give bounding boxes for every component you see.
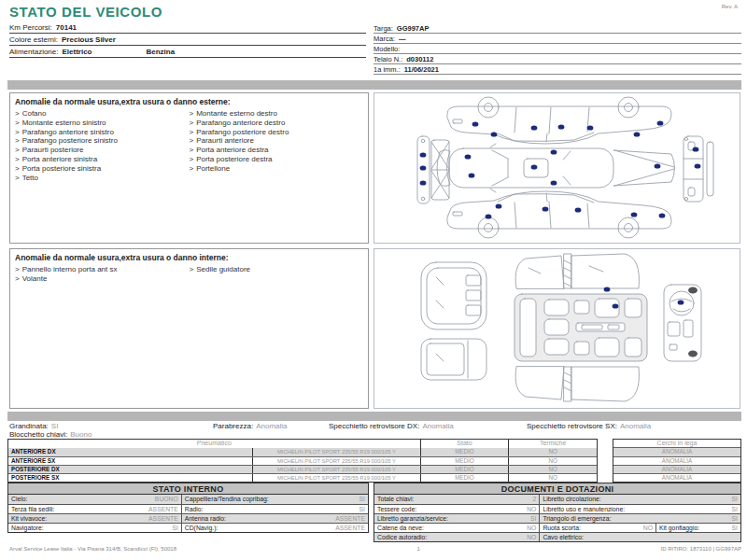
trunk-view — [421, 339, 486, 380]
tire-position: POSTERIORE DX — [8, 466, 252, 473]
bullet-gt: > — [190, 155, 194, 163]
cerchi-value: ANOMALIA — [613, 448, 740, 456]
section-divider-bar — [7, 80, 741, 90]
anomaly-label: Cofano — [22, 109, 47, 118]
field-value: NO — [527, 524, 536, 532]
cerchi-value: ANOMALIA — [613, 456, 740, 465]
car-exterior-diagram — [374, 93, 740, 243]
field-label: Antenna radio: — [185, 514, 226, 523]
anomaly-label: Paraurti posteriore — [22, 146, 84, 154]
bullet-gt: > — [190, 128, 194, 136]
bullet-gt: > — [15, 174, 20, 182]
footer-id: ID RITIRO: 1873110 | GG997AP — [660, 546, 741, 552]
interior-anomalies-col2: >Sedile guidatore — [190, 265, 364, 284]
bullet-gt: > — [15, 155, 20, 163]
field-label: Kit gonfiaggio: — [659, 524, 699, 532]
tire-termiche: NO — [508, 474, 597, 482]
exterior-anomalies-title: Anomalie da normale usura,extra usura o … — [10, 93, 368, 108]
field-value: NO — [643, 524, 653, 532]
info-row: Colore esterni: Precious Silver — [9, 34, 366, 46]
field-label: Navigatore: — [11, 524, 44, 532]
page-footer: Arval Service Lease Italia - Via Pisana … — [9, 546, 741, 552]
vehicle-info-right: Targa: GG997AP Marca: — Modello: Telaio … — [374, 23, 741, 75]
car-side-view-bottom — [447, 191, 671, 238]
anomaly-label: Porta anteriore destra — [196, 146, 268, 154]
info-label: Km Percorsi: — [9, 23, 52, 32]
summary-item: Grandinata:SI — [9, 422, 213, 430]
anomaly-label: Montante esterno destro — [196, 109, 277, 118]
tire-row: ANTERIORE DX MICHELIN PILOT SPORT 235/55… — [8, 448, 597, 456]
anomaly-label: Volante — [22, 274, 48, 283]
info-row: Alimentazione: Elettrico Benzina — [9, 46, 366, 58]
field-label: Codice autoradio: — [377, 533, 427, 541]
table-row: Libretto garanzia/service:SI Triangolo d… — [374, 513, 740, 523]
interior-diagram-box — [374, 248, 740, 409]
anomaly-item: >Paraurti posteriore — [15, 146, 190, 155]
revision-label: Rev. A — [722, 4, 738, 9]
info-label: Colore esterni: — [9, 35, 58, 44]
anomaly-item: >Paraurti anteriore — [190, 136, 364, 146]
info-value: 70141 — [56, 23, 136, 32]
cerchi-value: ANOMALIA — [613, 473, 740, 482]
anomaly-item: >Parafango posteriore destro — [190, 128, 364, 137]
header-stato: Stato — [420, 440, 509, 448]
tire-row: ANTERIORE SX MICHELIN PILOT SPORT 235/55… — [8, 456, 597, 465]
footer-page-number: 1 — [417, 546, 420, 552]
info-row: 1a imm.: 11/06/2021 — [374, 64, 741, 75]
exterior-diagram-box — [374, 92, 740, 244]
info-row: Telaio N.: d030112 — [374, 54, 741, 64]
anomaly-item: >Tetto — [15, 174, 190, 183]
field-label: Totale chiavi: — [377, 495, 414, 504]
info-row: Targa: GG997AP — [374, 23, 741, 34]
field-label: Triangolo di emergenza: — [543, 514, 611, 523]
tire-table-header: Pneumatico Stato Termiche — [8, 440, 597, 448]
car-side-view-top — [447, 97, 671, 144]
cabin-plan-view — [514, 254, 647, 401]
summary-value: Anomalia — [256, 422, 287, 430]
exterior-damage-dots — [420, 120, 701, 218]
summary-value: Anomalia — [620, 422, 651, 430]
field-value: SI — [732, 524, 738, 532]
table-row: Navigatore:SI CD(Navig.):ASSENTE — [8, 523, 368, 532]
page-title: STATO DEL VEICOLO — [9, 4, 162, 20]
header-pneumatico: Pneumatico — [8, 440, 420, 448]
field-value: SI — [172, 524, 177, 532]
field-label: Radio: — [185, 505, 204, 513]
field-value: ASSENTE — [335, 514, 365, 523]
field-value: SI — [359, 495, 365, 504]
summary-label: Grandinata: — [9, 422, 49, 430]
bullet-gt: > — [15, 119, 20, 127]
table-row: Kit vivavoce:ASSENTE Antenna radio:ASSEN… — [8, 513, 368, 523]
bullet-gt: > — [15, 109, 20, 118]
bullet-gt: > — [15, 265, 20, 273]
dashboard-view — [664, 285, 701, 361]
summary-value: Buono — [70, 430, 92, 439]
section-divider-bar — [7, 412, 741, 421]
field-label: Catene da neve: — [377, 524, 424, 532]
info-value: Elettrico — [62, 48, 142, 56]
field-label: Ruota scorta: — [543, 524, 580, 532]
anomaly-item: >Parafango anteriore sinistro — [15, 128, 190, 137]
anomaly-item: >Porta posteriore destra — [190, 155, 364, 164]
field-value: SI — [359, 505, 365, 513]
info-label: Targa: — [374, 24, 393, 33]
bullet-gt: > — [190, 136, 194, 145]
bullet-gt: > — [15, 128, 20, 136]
tire-position: ANTERIORE SX — [8, 457, 252, 465]
interior-anomalies-col1: >Pannello interno porta ant sx >Volante — [15, 265, 190, 284]
info-label: 1a imm.: — [374, 65, 401, 74]
info-row: Modello: — [374, 44, 741, 54]
tire-table: Pneumatico Stato Termiche ANTERIORE DX M… — [7, 439, 598, 483]
exterior-anomalies-col2: >Montante esterno destro >Parafango ante… — [190, 109, 364, 182]
anomaly-item: >Porta posteriore sinistra — [15, 164, 190, 174]
field-value: NO — [527, 533, 536, 541]
field-label: Cielo: — [11, 495, 27, 504]
bullet-gt: > — [15, 164, 20, 173]
field-label: CD(Navig.): — [185, 524, 218, 532]
summary-label: Blocchetto chiavi: — [9, 430, 67, 439]
anomaly-label: Montante esterno sinistro — [22, 119, 106, 127]
anomaly-label: Parafango anteriore sinistro — [22, 128, 114, 136]
bullet-gt: > — [15, 136, 20, 145]
anomaly-item: >Montante esterno sinistro — [15, 119, 190, 128]
interior-anomalies-box: Anomalie da normale usura,extra usura o … — [9, 248, 369, 409]
